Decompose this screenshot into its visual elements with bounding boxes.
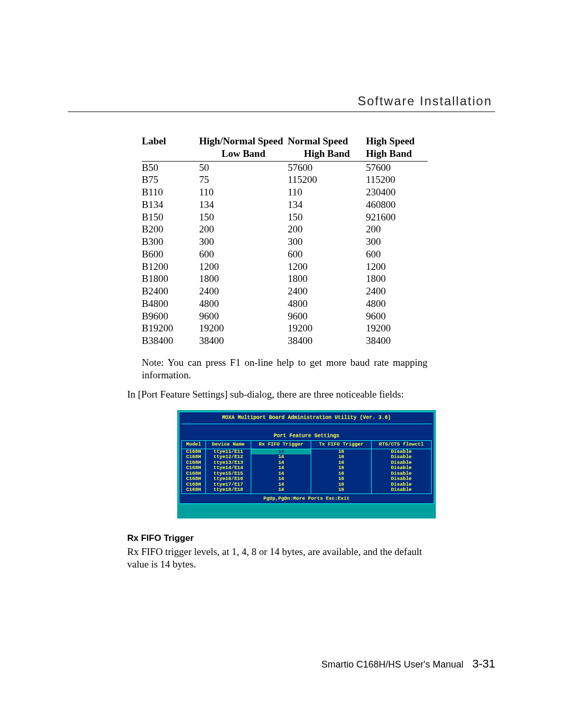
- terminal-cell: Disable: [371, 487, 431, 494]
- terminal-cell: Disable: [371, 476, 431, 482]
- table-cell: 200: [366, 223, 427, 236]
- table-cell: B200: [142, 223, 199, 236]
- page-header-title: Software Installation: [68, 94, 495, 108]
- table-cell: 110: [199, 186, 288, 199]
- table-row: B38400384003840038400: [142, 335, 427, 347]
- table-row: B200200200200: [142, 223, 427, 236]
- terminal-cell: 14: [251, 476, 311, 482]
- section-rx-fifo-body: Rx FIFO trigger levels, at 1, 4, 8 or 14…: [127, 546, 427, 571]
- table-row: B1200120012001200: [142, 261, 427, 273]
- table-cell: 2400: [366, 285, 427, 298]
- table-cell: 230400: [366, 186, 427, 199]
- terminal-row: C168Httye16/E161416Disable: [182, 476, 432, 482]
- subdialog-intro: In [Port Feature Settings] sub-dialog, t…: [127, 388, 427, 401]
- table-cell: 50: [199, 161, 288, 174]
- table-cell: 57600: [366, 161, 427, 174]
- table-cell: 110: [288, 186, 366, 199]
- table-row: B300300300300: [142, 236, 427, 248]
- terminal-cell: ttye16/E16: [205, 476, 251, 482]
- table-cell: 134: [288, 199, 366, 211]
- table-row: B19200192001920019200: [142, 322, 427, 335]
- terminal-cell: C168H: [182, 487, 206, 494]
- term-th-model: Model: [182, 441, 206, 449]
- table-cell: B134: [142, 199, 199, 211]
- table-cell: 134: [199, 199, 288, 211]
- th-hs-sub: High Band: [366, 147, 427, 161]
- terminal-title: MOXA Multiport Board Administration Util…: [181, 412, 432, 424]
- terminal-footer: PgUp,PgDn:More Ports Esc:Exit: [181, 494, 432, 503]
- th-ns: Normal Speed: [288, 135, 366, 147]
- terminal-cell: 16: [311, 476, 371, 482]
- table-cell: 1800: [288, 273, 366, 285]
- table-cell: 19200: [199, 322, 288, 335]
- th-hs: High Speed: [366, 135, 427, 147]
- page-footer: Smartio C168H/HS User's Manual 3-31: [321, 657, 495, 671]
- term-th-rx: Rx FIFO Trigger: [251, 441, 311, 449]
- table-cell: 75: [199, 174, 288, 186]
- table-row: B2400240024002400: [142, 285, 427, 298]
- table-cell: B9600: [142, 310, 199, 323]
- term-th-flow: RTS/CTS flowctl: [371, 441, 431, 449]
- section-rx-fifo-title: Rx FIFO Trigger: [127, 533, 495, 544]
- table-cell: 38400: [366, 335, 427, 347]
- table-row: B9600960096009600: [142, 310, 427, 323]
- th-ns-sub: High Band: [288, 147, 366, 161]
- term-th-dev: Device Name: [205, 441, 251, 449]
- term-th-tx: Tx FIFO Trigger: [311, 441, 371, 449]
- table-cell: 200: [288, 223, 366, 236]
- table-cell: 300: [288, 236, 366, 248]
- terminal-cell: ttye18/E18: [205, 487, 251, 494]
- table-cell: 19200: [288, 322, 366, 335]
- table-cell: 4800: [366, 298, 427, 310]
- table-cell: 600: [199, 248, 288, 261]
- th-label: Label: [142, 135, 199, 147]
- footer-manual: Smartio C168H/HS User's Manual: [321, 659, 463, 670]
- table-cell: 2400: [199, 285, 288, 298]
- table-row: B4800480048004800: [142, 298, 427, 310]
- table-row: B50505760057600: [142, 161, 427, 174]
- table-cell: 9600: [199, 310, 288, 323]
- table-cell: B75: [142, 174, 199, 186]
- table-cell: 9600: [288, 310, 366, 323]
- terminal-subtitle: Port Feature Settings: [181, 430, 432, 441]
- footer-page: 3-31: [466, 657, 495, 670]
- table-cell: 300: [199, 236, 288, 248]
- table-row: B600600600600: [142, 248, 427, 261]
- note-text: Note: You can press F1 on-line help to g…: [142, 356, 427, 381]
- table-cell: 9600: [366, 310, 427, 323]
- table-cell: B4800: [142, 298, 199, 310]
- terminal-cell: 14: [251, 487, 311, 494]
- table-cell: 1200: [199, 261, 288, 273]
- th-label-sub: [142, 147, 199, 161]
- table-row: B7575115200115200: [142, 174, 427, 186]
- table-cell: 460800: [366, 199, 427, 211]
- table-cell: B1800: [142, 273, 199, 285]
- note-content: Note: You can press F1 on-line help to g…: [142, 357, 427, 380]
- table-cell: 921600: [366, 211, 427, 224]
- table-cell: B150: [142, 211, 199, 224]
- table-cell: 300: [366, 236, 427, 248]
- table-row: B150150150921600: [142, 211, 427, 224]
- table-cell: 38400: [288, 335, 366, 347]
- table-cell: 150: [199, 211, 288, 224]
- table-cell: 1800: [366, 273, 427, 285]
- table-cell: B2400: [142, 285, 199, 298]
- terminal-row: C168Httye18/E181416Disable: [182, 487, 432, 494]
- th-hn: High/Normal Speed: [199, 135, 288, 147]
- table-cell: 150: [288, 211, 366, 224]
- table-cell: 1200: [288, 261, 366, 273]
- table-cell: 600: [288, 248, 366, 261]
- terminal-cell: C168H: [182, 476, 206, 482]
- terminal-table: Model Device Name Rx FIFO Trigger Tx FIF…: [181, 440, 432, 494]
- table-cell: 4800: [199, 298, 288, 310]
- table-cell: 115200: [366, 174, 427, 186]
- table-cell: 600: [366, 248, 427, 261]
- table-cell: 2400: [288, 285, 366, 298]
- table-cell: B600: [142, 248, 199, 261]
- table-cell: 1800: [199, 273, 288, 285]
- table-cell: 57600: [288, 161, 366, 174]
- table-cell: B38400: [142, 335, 199, 347]
- table-cell: 1200: [366, 261, 427, 273]
- table-cell: 19200: [366, 322, 427, 335]
- terminal-screenshot: MOXA Multiport Board Administration Util…: [177, 410, 436, 519]
